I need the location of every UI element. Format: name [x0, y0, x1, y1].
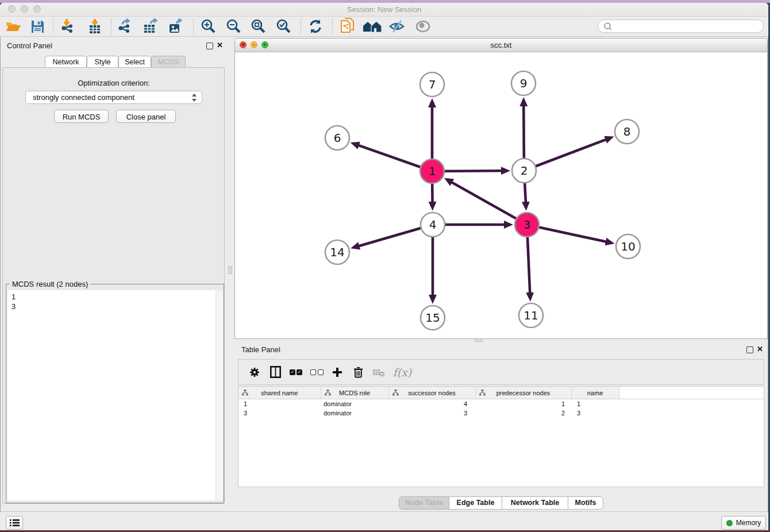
unchecked-checkbox-icon — [318, 369, 324, 375]
search-input[interactable] — [617, 21, 763, 32]
table-cell[interactable]: 4 — [388, 399, 475, 409]
zoom-fit-button[interactable] — [247, 18, 270, 35]
open-session-button[interactable] — [2, 18, 25, 35]
apply-function-button-disabled: f(x) — [389, 363, 415, 382]
hide-graphics-button[interactable] — [386, 18, 409, 35]
node-label-6: 6 — [334, 131, 341, 145]
select-stepper-icon — [191, 93, 197, 102]
table-cell[interactable]: dominator — [321, 408, 388, 418]
table-row[interactable]: 3dominator323 — [238, 408, 764, 418]
window-title: Session: New Session — [0, 5, 768, 14]
table-row[interactable]: 1dominator411 — [238, 399, 764, 409]
delete-table-icon — [372, 368, 385, 377]
table-cell[interactable]: 3 — [571, 408, 619, 418]
column-header-mcds-role[interactable]: MCDS role — [321, 387, 388, 399]
export-network-button[interactable] — [114, 18, 137, 35]
table-settings-button[interactable] — [244, 363, 265, 382]
mcds-result-text[interactable]: 1 3 — [7, 290, 222, 500]
node-label-10: 10 — [621, 240, 635, 253]
column-header-successor-nodes[interactable]: successor nodes — [388, 387, 475, 399]
function-icon: f(x) — [393, 366, 412, 379]
table-toolbar: ✓ ✓ f(x) — [238, 359, 764, 385]
table-cell[interactable]: 1 — [571, 399, 619, 409]
refresh-icon — [308, 19, 323, 34]
select-all-button[interactable]: ✓ ✓ — [286, 363, 306, 382]
task-history-button[interactable] — [6, 516, 23, 530]
node-label-11: 11 — [523, 309, 538, 322]
import-table-button[interactable] — [83, 18, 106, 35]
hierarchy-icon — [479, 390, 486, 396]
close-table-panel-icon[interactable]: ✕ — [757, 346, 763, 352]
tab-node-table[interactable]: Node Table — [399, 496, 449, 510]
zoom-selected-button[interactable] — [272, 18, 295, 35]
home-button[interactable] — [361, 18, 384, 35]
vertical-splitter-handle[interactable] — [228, 266, 232, 274]
optimization-criterion-select[interactable]: strongly connected component — [25, 91, 202, 104]
documents-share-icon — [340, 18, 355, 35]
import-table-icon — [87, 18, 102, 34]
tab-motifs[interactable]: Motifs — [568, 496, 603, 510]
node-label-3: 3 — [523, 218, 531, 232]
tab-mcds[interactable]: MCDS — [151, 56, 186, 68]
selected-option: strongly connected component — [33, 93, 134, 102]
deselect-all-button[interactable] — [306, 363, 327, 382]
table-cell[interactable]: 2 — [475, 408, 571, 418]
run-mcds-button[interactable]: Run MCDS — [54, 110, 109, 123]
hierarchy-icon — [392, 390, 399, 396]
checked-checkbox-icon: ✓ — [297, 369, 302, 375]
column-header-predecessor-nodes[interactable]: predecessor nodes — [475, 387, 571, 399]
export-table-button[interactable] — [139, 18, 162, 35]
memory-button[interactable]: Memory — [721, 516, 766, 530]
float-panel-icon[interactable] — [206, 43, 213, 49]
search-box[interactable] — [598, 20, 764, 33]
tab-style[interactable]: Style — [87, 56, 118, 68]
mcds-result-title: MCDS result (2 nodes) — [10, 280, 90, 288]
zoom-out-button[interactable] — [222, 18, 245, 35]
table-cell[interactable]: 3 — [238, 408, 321, 418]
save-session-button[interactable] — [26, 18, 49, 35]
unchecked-checkbox-icon — [310, 369, 316, 375]
close-panel-button[interactable]: Close panel — [116, 110, 176, 123]
table-panel-header: Table Panel ✕ — [234, 342, 768, 357]
hierarchy-icon — [242, 390, 248, 396]
tab-select[interactable]: Select — [118, 56, 151, 68]
eye-slash-icon — [388, 20, 406, 33]
float-table-panel-icon[interactable] — [746, 346, 753, 353]
table-cell[interactable]: 1 — [475, 399, 571, 409]
close-panel-icon[interactable]: ✕ — [217, 43, 223, 48]
node-label-7: 7 — [429, 78, 436, 91]
tab-network[interactable]: Network — [45, 56, 87, 68]
delete-button[interactable] — [348, 363, 368, 382]
node-label-1: 1 — [429, 164, 436, 178]
optimization-criterion-label: Optimization criterion: — [0, 79, 228, 87]
export-image-button[interactable] — [164, 18, 187, 35]
delete-table-button-disabled — [368, 363, 389, 382]
search-icon — [603, 22, 617, 31]
column-header-shared-name[interactable]: shared name — [238, 387, 321, 399]
control-panel-header: Control Panel ✕ — [0, 38, 228, 53]
result-scrollbar[interactable] — [215, 290, 222, 500]
network-canvas[interactable]: 7968124314101511 — [236, 52, 767, 338]
add-row-button[interactable] — [327, 363, 348, 382]
node-label-14: 14 — [330, 245, 344, 259]
show-column-panel-button[interactable] — [265, 363, 286, 382]
table-cell[interactable]: 3 — [388, 408, 475, 418]
session-documents-button[interactable] — [336, 18, 359, 35]
list-icon — [10, 519, 20, 527]
houses-icon — [363, 20, 382, 33]
zoom-in-button[interactable] — [197, 18, 220, 35]
node-label-9: 9 — [520, 76, 528, 90]
refresh-button[interactable] — [304, 18, 327, 35]
tab-network-table[interactable]: Network Table — [502, 496, 568, 510]
table-cell[interactable]: dominator — [321, 399, 388, 409]
show-graphics-button[interactable] — [411, 18, 434, 35]
table-cell[interactable]: 1 — [238, 399, 321, 409]
import-network-button[interactable] — [56, 18, 79, 35]
tab-edge-table[interactable]: Edge Table — [449, 496, 502, 510]
network-view-window: ✕ − + scc.txt 7968124314101511 — [234, 38, 768, 339]
column-header-name[interactable]: name — [571, 387, 619, 399]
zoom-selected-icon — [276, 19, 291, 34]
edge-3-1[interactable] — [452, 182, 527, 225]
edge-2-8[interactable] — [524, 140, 606, 171]
control-panel-title: Control Panel — [7, 41, 52, 50]
